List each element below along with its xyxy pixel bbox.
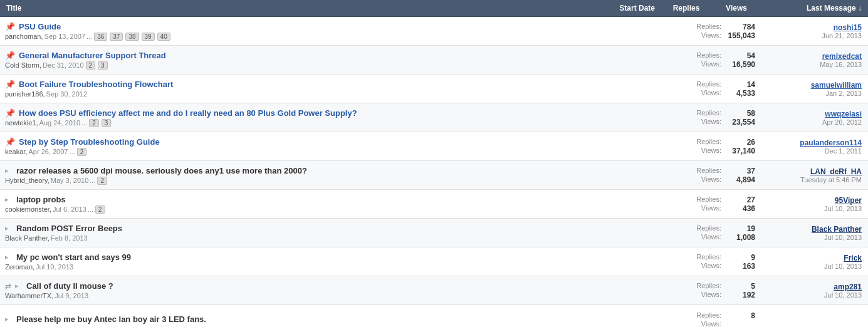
thread-author[interactable]: Cold Storm, bbox=[5, 61, 41, 69]
thread-title-link[interactable]: My pc won't start and says 99 bbox=[16, 252, 131, 262]
page-badge[interactable]: 36 bbox=[94, 33, 107, 41]
thread-title-link[interactable]: Step by Step Troubleshooting Guide bbox=[19, 137, 160, 147]
last-message-user[interactable]: noshi15 bbox=[834, 23, 862, 32]
table-row: 📌Step by Step Troubleshooting Guidekeaka… bbox=[0, 132, 868, 161]
replies-value: 14 bbox=[724, 80, 755, 89]
replies-label: Replies: bbox=[696, 167, 721, 175]
thread-author[interactable]: cookiemonster, bbox=[5, 205, 51, 213]
replies-label: Replies: bbox=[696, 224, 721, 233]
last-message-user[interactable]: wwqzelasi bbox=[825, 110, 862, 118]
row-last-message: Black PantherJul 10, 2013 bbox=[761, 225, 868, 241]
thread-author[interactable]: Black Panther, bbox=[5, 234, 50, 242]
thread-meta: Hybrid_theory,May 3, 2010...2 bbox=[5, 177, 631, 185]
views-label: Views: bbox=[701, 204, 721, 213]
last-message-user[interactable]: amp281 bbox=[834, 283, 862, 291]
thread-title-link[interactable]: Call of duty II mouse ? bbox=[26, 281, 113, 291]
thread-title-link[interactable]: General Manufacturer Support Thread bbox=[19, 51, 166, 60]
page-badge[interactable]: 2 bbox=[77, 148, 87, 156]
row-stats: Replies:5Views:192 bbox=[636, 282, 761, 299]
page-badge[interactable]: 2 bbox=[89, 119, 99, 127]
row-last-message: FrickJul 10, 2013 bbox=[761, 254, 868, 270]
thread-author[interactable]: panchoman, bbox=[5, 33, 43, 40]
views-value: 436 bbox=[724, 204, 755, 213]
views-label: Views: bbox=[701, 147, 721, 155]
row-stats: Replies:8Views: bbox=[636, 311, 761, 328]
forum-table: Title Start Date Replies Views Last Mess… bbox=[0, 0, 868, 327]
table-row: ▸Random POST Error BeepsBlack Panther,Fe… bbox=[0, 219, 868, 247]
replies-value: 26 bbox=[724, 138, 755, 147]
row-title-col: ▸razor releases a 5600 dpi mouse. seriou… bbox=[0, 166, 636, 185]
thread-meta: keakar,Apr 26, 2007...2 bbox=[5, 148, 631, 156]
last-message-user[interactable]: paulanderson114 bbox=[800, 138, 862, 147]
row-title-col: 📌Step by Step Troubleshooting Guidekeaka… bbox=[0, 137, 636, 156]
thread-author[interactable]: Zeroman, bbox=[5, 263, 34, 271]
thread-author[interactable]: keakar, bbox=[5, 148, 27, 155]
last-message-user[interactable]: samuelwilliam bbox=[811, 81, 862, 90]
views-value: 4,533 bbox=[724, 89, 755, 98]
last-message-user[interactable]: remixedcat bbox=[822, 52, 862, 61]
page-badge[interactable]: 38 bbox=[125, 33, 139, 41]
thread-title-link[interactable]: Random POST Error Beeps bbox=[16, 224, 122, 233]
page-badge[interactable]: 2 bbox=[86, 61, 96, 70]
thread-title-link[interactable]: How does PSU efficiency affect me and do… bbox=[19, 108, 357, 118]
table-row: ▸razor releases a 5600 dpi mouse. seriou… bbox=[0, 161, 868, 190]
views-label: Views: bbox=[701, 291, 721, 299]
thread-date: Feb 8, 2013 bbox=[51, 234, 88, 242]
row-stats: Replies:27Views:436 bbox=[636, 195, 761, 213]
page-badge[interactable]: 37 bbox=[110, 33, 123, 41]
thread-date: Sep 30, 2012 bbox=[46, 90, 87, 98]
header-views: Views bbox=[711, 4, 761, 13]
row-title-col: 📌PSU Guidepanchoman,Sep 13, 2007...36373… bbox=[0, 22, 636, 41]
thread-title-link[interactable]: PSU Guide bbox=[19, 22, 61, 31]
arrow-icon: ▸ bbox=[5, 253, 13, 261]
thread-title-link[interactable]: Boot Failure Troubleshooting Flowchart bbox=[19, 80, 173, 89]
row-last-message: remixedcatMay 16, 2013 bbox=[761, 52, 868, 68]
last-message-date: Jul 10, 2013 bbox=[768, 205, 862, 212]
replies-value: 19 bbox=[724, 224, 755, 233]
replies-label: Replies: bbox=[696, 51, 721, 60]
page-badge[interactable]: 3 bbox=[98, 61, 108, 70]
row-stats: Replies:37Views:4,894 bbox=[636, 167, 761, 184]
thread-title-link[interactable]: Please help me buy Antec lan boy air 3 L… bbox=[16, 314, 206, 324]
views-label: Views: bbox=[701, 175, 721, 184]
row-title-col: ▸Please help me buy Antec lan boy air 3 … bbox=[0, 314, 636, 324]
page-badge[interactable]: 2 bbox=[95, 205, 105, 214]
thread-author[interactable]: Hybrid_theory, bbox=[5, 177, 50, 184]
page-badge[interactable]: 40 bbox=[157, 33, 170, 41]
thread-date: Jul 9, 2013 bbox=[55, 292, 88, 299]
thread-date: Sep 13, 2007 bbox=[44, 33, 85, 40]
thread-author[interactable]: punisher186, bbox=[5, 90, 45, 98]
table-row: 📌General Manufacturer Support ThreadCold… bbox=[0, 46, 868, 75]
rows-container: 📌PSU Guidepanchoman,Sep 13, 2007...36373… bbox=[0, 17, 868, 327]
page-badge[interactable]: 39 bbox=[142, 33, 155, 41]
thread-author[interactable]: WarhammerTX, bbox=[5, 292, 53, 299]
replies-label: Replies: bbox=[696, 311, 721, 320]
row-stats: Replies:54Views:16,590 bbox=[636, 51, 761, 69]
arrow-icon: ▸ bbox=[5, 315, 13, 323]
views-value: 37,140 bbox=[724, 147, 755, 155]
last-message-user[interactable]: Black Panther bbox=[812, 225, 862, 234]
table-row: 📌Boot Failure Troubleshooting Flowchartp… bbox=[0, 75, 868, 103]
last-message-user[interactable]: Frick bbox=[844, 254, 862, 262]
row-stats: Replies:58Views:23,554 bbox=[636, 109, 761, 127]
thread-meta: Zeroman,Jul 10, 2013 bbox=[5, 263, 631, 271]
views-label: Views: bbox=[701, 118, 721, 127]
last-message-user[interactable]: 95Viper bbox=[835, 196, 862, 205]
thread-title-link[interactable]: razor releases a 5600 dpi mouse. serious… bbox=[16, 166, 307, 175]
last-message-date: Jun 21, 2013 bbox=[768, 32, 862, 39]
row-title-col: ▸My pc won't start and says 99Zeroman,Ju… bbox=[0, 252, 636, 271]
last-message-user[interactable]: LAN_deRf_HA bbox=[810, 167, 862, 176]
replies-value: 27 bbox=[724, 195, 755, 204]
page-badge[interactable]: 2 bbox=[97, 177, 107, 185]
thread-author[interactable]: newtekie1, bbox=[5, 119, 38, 127]
arrow-icon: ▸ bbox=[5, 195, 13, 204]
views-label: Views: bbox=[701, 233, 721, 242]
row-title-col: ⇄▸Call of duty II mouse ?WarhammerTX,Jul… bbox=[0, 281, 636, 299]
table-row: ▸My pc won't start and says 99Zeroman,Ju… bbox=[0, 247, 868, 276]
thread-title-link[interactable]: laptop probs bbox=[16, 195, 66, 204]
header-last-message: Last Message ↓ bbox=[761, 4, 868, 13]
views-value: 155,043 bbox=[724, 31, 755, 40]
page-badge[interactable]: 3 bbox=[102, 119, 112, 127]
row-stats: Replies:9Views:163 bbox=[636, 253, 761, 271]
row-last-message: LAN_deRf_HATuesday at 5:46 PM bbox=[761, 167, 868, 184]
